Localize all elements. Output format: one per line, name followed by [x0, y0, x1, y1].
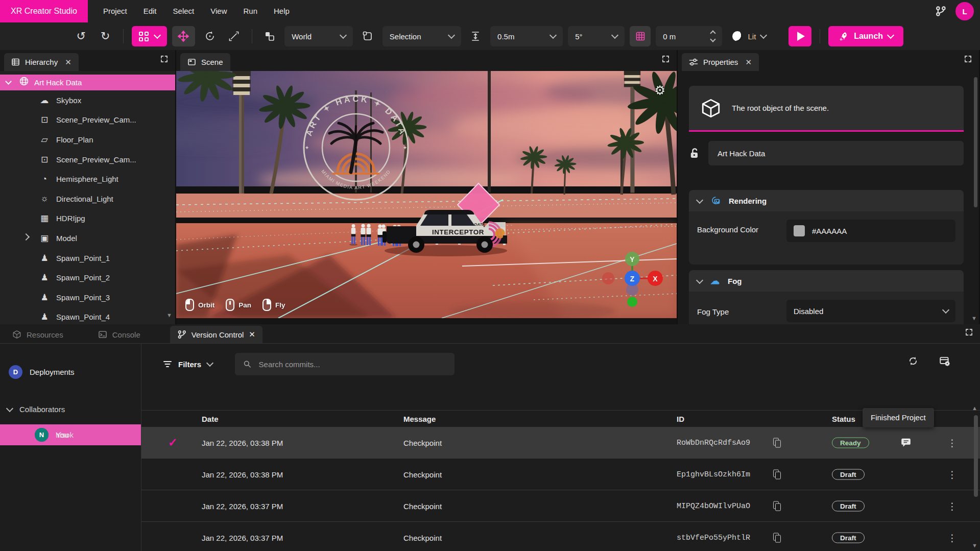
object-name-field[interactable]: Art Hack Data [708, 141, 964, 165]
bounding-box-icon[interactable] [358, 27, 377, 46]
grid-offset-stepper[interactable]: 0 m [656, 26, 722, 46]
search-commits-box[interactable] [235, 353, 455, 375]
tab-scene[interactable]: Scene [180, 53, 230, 71]
refresh-icon[interactable] [907, 355, 919, 367]
hierarchy-item[interactable]: ⊡ Scene_Preview_Cam... [0, 110, 175, 130]
scale-tool-icon[interactable] [224, 27, 243, 46]
shading-mode-dropdown[interactable]: Lit [732, 31, 766, 41]
hierarchy-item[interactable]: ☁ Skybox [0, 90, 175, 110]
snap-vertical-icon[interactable] [466, 27, 485, 46]
tab-hierarchy[interactable]: Hierarchy ✕ [4, 53, 79, 71]
column-id[interactable]: ID [677, 415, 684, 423]
rotate-snap-dropdown[interactable]: 5° [568, 26, 625, 46]
menu-view[interactable]: View [202, 0, 235, 22]
hierarchy-item[interactable]: ♟ Spawn_Point_3 [0, 288, 175, 307]
table-row[interactable]: ✓ Jan 22, 2026, 03:37 PM Checkpoint stbV… [141, 522, 980, 551]
world-space-dropdown[interactable]: World [284, 26, 353, 46]
hierarchy-item[interactable]: ▦ HDRIjpg [0, 209, 175, 229]
hierarchy-item[interactable]: ▱ Floor_Plan [0, 130, 175, 150]
stepper-arrows-icon[interactable] [711, 31, 715, 41]
hierarchy-item[interactable]: ⊡ Scene_Preview_Cam... [0, 150, 175, 170]
tab-version-control[interactable]: Version Control ✕ [170, 326, 262, 343]
hierarchy-item[interactable]: ♟ Spawn_Point_4 [0, 307, 175, 324]
expand-panel-icon[interactable] [965, 328, 973, 336]
version-control-branch-icon[interactable] [935, 6, 946, 17]
copy-icon[interactable] [773, 438, 781, 447]
panel-settings-icon[interactable] [939, 355, 950, 367]
viewport-settings-gear-icon[interactable]: ⚙ [654, 83, 665, 98]
kebab-menu-icon[interactable]: ⋮ [947, 500, 958, 512]
hierarchy-item[interactable]: ◔ Hemisphere_Light [0, 169, 175, 189]
version-control-main: Filters Date Message ID Status [141, 344, 980, 551]
menu-help[interactable]: Help [266, 0, 298, 22]
launch-button[interactable]: Launch [828, 26, 903, 46]
move-snap-dropdown[interactable]: 0.5m [490, 26, 563, 46]
copy-icon[interactable] [773, 533, 781, 542]
select-tool-button[interactable] [132, 26, 167, 46]
scrollbar-thumb[interactable] [974, 415, 978, 497]
expand-panel-icon[interactable] [160, 55, 168, 63]
table-row[interactable]: ✓ Jan 22, 2026, 03:37 PM Checkpoint MIPQ… [141, 490, 980, 522]
expand-panel-icon[interactable] [964, 55, 972, 63]
hierarchy-item[interactable]: ♟ Spawn_Point_2 [0, 268, 175, 288]
rotate-tool-icon[interactable] [200, 27, 219, 46]
viewport-canvas[interactable]: ART ✦ HACK ✦ DATA MIAMI MEDIA ART WEEKEN… [176, 71, 677, 318]
hierarchy-item[interactable]: ☼ Directional_Light [0, 189, 175, 209]
menu-run[interactable]: Run [235, 0, 266, 22]
menu-select[interactable]: Select [165, 0, 203, 22]
section-rendering-header[interactable]: Rendering [689, 190, 964, 211]
scroll-up-icon[interactable]: ▲ [972, 405, 977, 411]
fog-type-dropdown[interactable]: Disabled [786, 300, 955, 322]
grid-toggle-button[interactable] [630, 26, 651, 46]
selection-pivot-label: Selection [390, 32, 421, 41]
menu-project[interactable]: Project [95, 0, 135, 22]
hierarchy-item[interactable]: ♟ Spawn_Point_1 [0, 248, 175, 268]
redo-icon[interactable]: ↻ [95, 27, 114, 46]
tab-resources[interactable]: Resources [5, 326, 70, 343]
close-icon[interactable]: ✕ [249, 330, 255, 339]
background-color-field[interactable]: #AAAAAA [786, 220, 955, 242]
table-row[interactable]: ✓ Jan 22, 2026, 03:38 PM Checkpoint Ep1g… [141, 459, 980, 490]
menu-edit[interactable]: Edit [135, 0, 165, 22]
scrollbar-thumb[interactable] [974, 77, 977, 207]
selection-pivot-dropdown[interactable]: Selection [383, 26, 461, 46]
play-button[interactable] [788, 26, 811, 46]
column-message[interactable]: Message [403, 415, 436, 423]
expand-panel-icon[interactable] [662, 55, 670, 63]
sidebar-item-deployments[interactable]: D Deployments [9, 365, 75, 379]
user-avatar[interactable]: L [955, 2, 974, 20]
chevron-down-icon[interactable] [5, 78, 12, 85]
tab-properties-label: Properties [703, 58, 738, 66]
move-tool-button[interactable] [172, 26, 195, 46]
tab-properties[interactable]: Properties ✕ [682, 53, 759, 71]
hierarchy-item[interactable]: ▣ Model [0, 228, 175, 248]
section-fog-header[interactable]: ☁ Fog [689, 270, 964, 292]
scroll-down-icon[interactable]: ▼ [971, 315, 977, 321]
tab-console[interactable]: Console [91, 326, 148, 343]
close-icon[interactable]: ✕ [65, 58, 71, 67]
copy-icon[interactable] [773, 469, 781, 479]
collaborator-row[interactable]: N nisok [0, 424, 141, 445]
kebab-menu-icon[interactable]: ⋮ [947, 468, 958, 480]
kebab-menu-icon[interactable]: ⋮ [947, 532, 958, 543]
close-icon[interactable]: ✕ [745, 58, 752, 67]
column-date[interactable]: Date [202, 415, 219, 423]
scroll-down-icon[interactable]: ▼ [166, 312, 172, 318]
unlock-icon[interactable] [689, 147, 700, 159]
kebab-menu-icon[interactable]: ⋮ [947, 437, 958, 448]
sidebar-group-collaborators[interactable]: Collaborators [7, 405, 65, 414]
search-commits-input[interactable] [258, 360, 446, 369]
filters-button[interactable]: Filters [163, 360, 212, 369]
chevron-right-icon[interactable] [23, 236, 38, 239]
mouse-right-button-icon [262, 299, 271, 311]
comment-icon[interactable] [900, 438, 912, 448]
column-status[interactable]: Status [832, 415, 855, 423]
hierarchy-item-root[interactable]: Art Hack Data [0, 75, 175, 90]
scroll-down-icon[interactable]: ▼ [972, 542, 977, 548]
color-swatch[interactable] [794, 225, 805, 236]
table-row[interactable]: ✓ Jan 22, 2026, 03:38 PM Checkpoint RoWb… [141, 427, 980, 459]
copy-icon[interactable] [773, 501, 781, 511]
undo-icon[interactable]: ↺ [71, 27, 90, 46]
app-title[interactable]: XR Creator Studio [0, 0, 88, 22]
transform-orientation-icon[interactable] [260, 27, 279, 46]
